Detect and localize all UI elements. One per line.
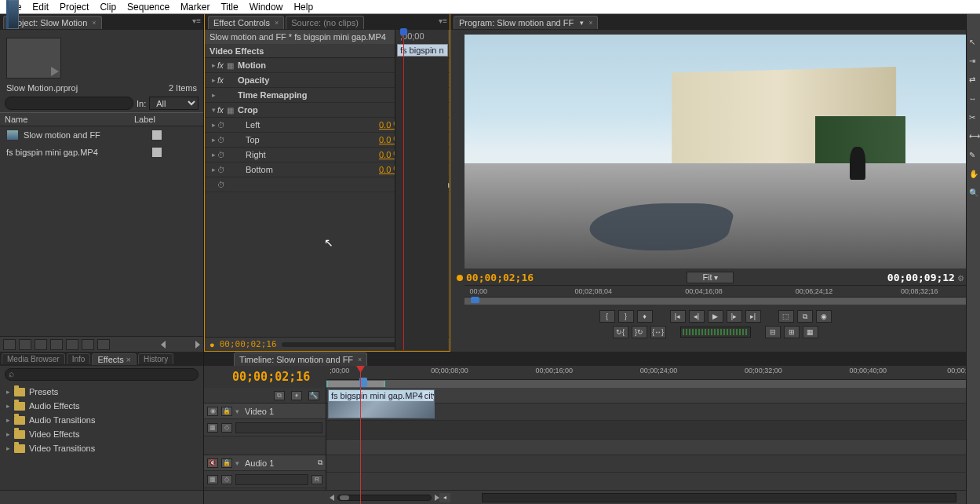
disclosure-icon[interactable]: ▸ [209, 91, 217, 99]
scroll-left-icon[interactable]: ◂ [439, 493, 450, 502]
tab-history[interactable]: History [138, 353, 173, 364]
program-ruler[interactable]: 00;00 00;02;08;04 00;04;16;08 00;06;24;1… [464, 285, 966, 307]
lock-icon[interactable]: 🔒 [221, 407, 232, 416]
output-button[interactable]: {↔} [650, 326, 666, 338]
current-timecode[interactable]: 00;00;02;16 [466, 272, 534, 283]
timeline-playhead[interactable] [360, 372, 361, 504]
track-select-tool-icon[interactable]: ⇥ [969, 57, 978, 66]
list-view-icon[interactable] [3, 339, 16, 350]
fx-icon[interactable]: fx [217, 106, 227, 115]
close-icon[interactable]: × [358, 356, 362, 363]
program-viewer[interactable] [464, 35, 966, 268]
folder-audio-effects[interactable]: ▸Audio Effects [0, 399, 203, 413]
insert-button[interactable]: ⊞ [784, 326, 800, 338]
disclosure-icon[interactable]: ▸ [6, 388, 14, 396]
stopwatch-icon[interactable]: ⏱ [217, 151, 228, 159]
zoom-out-icon[interactable] [330, 495, 334, 501]
scroll-right-icon[interactable] [195, 341, 200, 349]
program-tab[interactable]: Program: Slow motion and FF ▾ × [454, 16, 598, 29]
step-forward-button[interactable]: |▸ [727, 310, 742, 323]
project-search-input[interactable] [5, 97, 133, 110]
rate-stretch-tool-icon[interactable]: ↔ [969, 94, 978, 104]
menu-help[interactable]: Help [290, 1, 321, 13]
selection-tool-icon[interactable]: ↖ [969, 38, 978, 47]
timeline-clip[interactable]: fs bigspin mini gap.MP4 city ▾ [328, 389, 435, 418]
disclosure-icon[interactable]: ▸ [209, 121, 217, 129]
tab-effects[interactable]: Effects × [92, 353, 137, 365]
safe-margins-button[interactable]: }↻ [632, 326, 647, 338]
ripple-edit-tool-icon[interactable]: ⇄ [969, 75, 978, 85]
audio-track-header[interactable]: 🔇 🔒 ▾ Audio 1 ⧉ ▦ ◇ R [204, 455, 326, 488]
disclosure-icon[interactable]: ▸ [209, 61, 217, 69]
disclosure-icon[interactable]: ▾ [209, 106, 217, 114]
close-icon[interactable]: × [92, 19, 96, 27]
pen-tool-icon[interactable]: ✎ [969, 151, 978, 160]
fx-icon[interactable]: fx [217, 61, 227, 70]
keyframe-icon[interactable]: ▦ [207, 475, 218, 484]
new-item-icon[interactable] [82, 339, 94, 350]
trim-button[interactable]: ⊟ [765, 326, 781, 338]
stopwatch-icon[interactable]: ⏱ [217, 136, 228, 144]
ec-timecode[interactable]: 00;00;02;16 [220, 339, 277, 349]
work-area-range[interactable] [326, 381, 385, 387]
automate-icon[interactable] [35, 339, 47, 350]
disclosure-icon[interactable]: ▸ [209, 151, 217, 159]
ec-clip-bar[interactable]: fs bigspin n [397, 44, 448, 57]
video-track-header[interactable]: ◉ 🔒 ▾ Video 1 ▦ ◇ [204, 404, 326, 436]
prev-keyframe-icon[interactable]: ◇ [221, 423, 232, 433]
work-area-bar[interactable] [326, 380, 980, 388]
folder-video-effects[interactable]: ▸Video Effects [0, 427, 203, 441]
effect-controls-tab[interactable]: Effect Controls × [208, 16, 284, 29]
preview-thumbnail[interactable] [6, 38, 61, 79]
hand-tool-icon[interactable]: ✋ [969, 170, 978, 179]
disclosure-icon[interactable]: ▸ [6, 444, 14, 452]
menu-window[interactable]: Window [246, 1, 291, 13]
disclosure-icon[interactable]: ▾ [235, 459, 242, 467]
trash-icon[interactable] [97, 339, 110, 350]
transform-icon[interactable]: ▦ [227, 61, 238, 70]
lock-icon[interactable]: 🔒 [221, 458, 232, 468]
timeline-tab[interactable]: Timeline: Slow motion and FF × [234, 352, 367, 366]
disclosure-icon[interactable]: ▸ [6, 402, 14, 410]
folder-audio-transitions[interactable]: ▸Audio Transitions [0, 413, 203, 427]
in-filter-select[interactable]: All [149, 97, 199, 110]
snap-icon[interactable]: ⧉ [274, 391, 285, 400]
program-playhead[interactable] [471, 297, 479, 307]
tab-media-browser[interactable]: Media Browser [2, 353, 65, 364]
shuttle-slider[interactable] [680, 327, 751, 338]
find-icon[interactable] [50, 339, 63, 350]
ec-keyframe-area[interactable]: ;00;00 fs bigspin n [395, 30, 448, 350]
menu-title[interactable]: Title [217, 1, 246, 13]
new-bin-icon[interactable] [66, 339, 78, 350]
list-item[interactable]: Slow motion and FF [0, 126, 203, 144]
close-icon[interactable]: × [275, 19, 279, 27]
zoom-slider[interactable] [337, 495, 432, 501]
timeline-ruler[interactable]: ;00;00 00;00;08;00 00;00;16;00 00;00;24;… [326, 366, 980, 380]
menu-sequence[interactable]: Sequence [124, 1, 177, 13]
label-swatch[interactable] [151, 147, 162, 158]
extract-button[interactable]: ⧉ [797, 310, 813, 323]
loop-button[interactable]: ↻{ [613, 326, 628, 338]
fx-icon[interactable]: fx [217, 76, 227, 85]
column-name[interactable]: Name [5, 115, 134, 124]
source-tab[interactable]: Source: (no clips) [286, 16, 364, 29]
folder-video-transitions[interactable]: ▸Video Transitions [0, 441, 203, 455]
close-icon[interactable]: × [588, 19, 592, 27]
stopwatch-icon[interactable]: ⏱ [217, 181, 228, 189]
menu-project[interactable]: Project [56, 1, 97, 13]
icon-view-icon[interactable] [19, 339, 31, 350]
menu-marker[interactable]: Marker [177, 1, 217, 13]
ec-playhead[interactable] [403, 30, 404, 350]
tab-info[interactable]: Info [67, 353, 91, 364]
marker-icon[interactable]: ♦ [291, 391, 302, 400]
slip-tool-icon[interactable]: ⟷ [969, 132, 978, 141]
wrench-icon[interactable]: 🔧 [308, 391, 319, 400]
disclosure-icon[interactable]: ▸ [209, 166, 217, 173]
timeline-timecode[interactable]: 00;00;02;16 [232, 370, 310, 384]
zoom-tool-icon[interactable]: 🔍 [969, 188, 978, 198]
close-icon[interactable]: × [126, 355, 131, 364]
stopwatch-icon[interactable]: ⏱ [217, 166, 228, 174]
disclosure-icon[interactable]: ▾ [235, 407, 242, 415]
overwrite-button[interactable]: ▦ [803, 326, 818, 338]
horizontal-scrollbar[interactable] [482, 493, 956, 502]
